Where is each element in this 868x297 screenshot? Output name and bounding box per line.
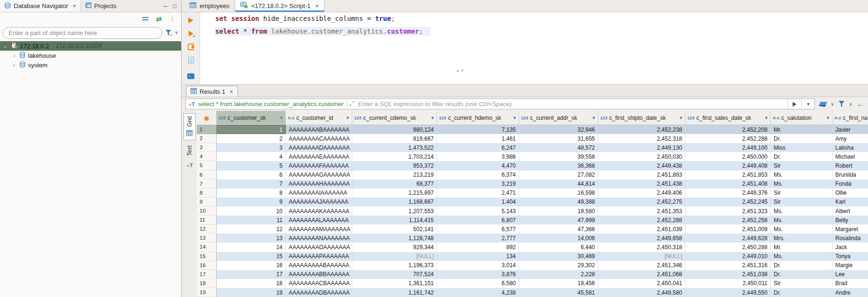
grid-cell[interactable]: 2,452,275	[598, 198, 685, 207]
grid-cell[interactable]: 16,598	[519, 189, 598, 198]
grid-cell[interactable]: 36,368	[519, 161, 598, 170]
chevron-expanded-icon[interactable]: ⌄	[2, 44, 8, 49]
grid-cell[interactable]: 892	[437, 243, 519, 252]
execute-statement-icon[interactable]	[182, 17, 200, 24]
grid-cell[interactable]: 980,124	[352, 125, 437, 134]
grid-cell[interactable]: 7	[217, 180, 286, 189]
grid-cell[interactable]: Brad	[832, 279, 868, 288]
grid-cell[interactable]: 68,377	[352, 180, 437, 189]
grid-cell[interactable]: AAAAAAAABAAAAAAA	[286, 125, 352, 134]
grid-cell[interactable]: 2,451,883	[598, 171, 685, 180]
grid-cell[interactable]: 1,361,151	[352, 279, 437, 288]
grid-cell[interactable]: 2,451,353	[598, 207, 685, 216]
grid-cell[interactable]: Jack	[832, 243, 868, 252]
grid-cell[interactable]: 2,449,010	[685, 252, 771, 261]
grid-cell[interactable]: 7,135	[437, 125, 519, 134]
grid-cell[interactable]: 13	[217, 234, 286, 243]
filter-funnel-icon[interactable]	[839, 101, 845, 107]
grid-cell[interactable]: 2,450,000	[685, 152, 771, 161]
close-icon[interactable]: ×	[73, 2, 76, 9]
minimize-icon[interactable]: ─	[163, 3, 167, 9]
column-header-c_first_sales_date_sk[interactable]: 123c_first_sales_date_sk▼	[685, 111, 771, 125]
grid-cell[interactable]: 2,450,288	[685, 243, 771, 252]
row-number[interactable]: 13	[197, 234, 217, 243]
grid-cell[interactable]: 2,451,038	[685, 270, 771, 279]
grid-cell[interactable]: 31,655	[519, 134, 598, 143]
grid-cell[interactable]: 17	[217, 270, 286, 279]
grid-cell[interactable]: Ms.	[771, 225, 832, 234]
grid-cell[interactable]: 2,452,258	[685, 216, 771, 225]
grid-cell[interactable]: 953,372	[352, 161, 437, 170]
grid-cell[interactable]: AAAAAAAAKAAAAAAA	[286, 207, 352, 216]
explain-plan-icon[interactable]	[182, 56, 200, 64]
grid-cell[interactable]: Sir	[771, 161, 832, 170]
grid-cell[interactable]: 6,577	[437, 225, 519, 234]
grid-cell[interactable]: 2,451,346	[598, 261, 685, 270]
grid-cell[interactable]: 47,366	[519, 225, 598, 234]
grid-cell[interactable]: 2,451,009	[685, 225, 771, 234]
row-number[interactable]: 6	[197, 171, 217, 180]
filter-funnel-icon[interactable]: ✓	[165, 30, 172, 36]
grid-cell[interactable]: 14,006	[519, 234, 598, 243]
grid-cell[interactable]: Lee	[832, 270, 868, 279]
grid-cell[interactable]: 3,014	[437, 261, 519, 270]
grid-cell[interactable]: Ms.	[771, 207, 832, 216]
grid-cell[interactable]: 45,581	[519, 288, 598, 297]
grid-cell[interactable]: 30,469	[519, 252, 598, 261]
grid-cell[interactable]: Sir	[771, 279, 832, 288]
grid-cell[interactable]: AAAAAAAAABAAAAAA	[286, 261, 352, 270]
result-filter-input[interactable]: «T select * from lakehouse.customer_anal…	[185, 99, 815, 109]
grid-cell[interactable]: 6,440	[519, 243, 598, 252]
chevron-down-icon[interactable]: ∨	[849, 102, 852, 107]
grid-cell[interactable]: 2,449,408	[685, 161, 771, 170]
tab-grid-view[interactable]: Grid	[183, 113, 196, 140]
grid-cell[interactable]: 49,388	[519, 198, 598, 207]
back-arrow-icon[interactable]: ←	[857, 100, 865, 108]
row-number[interactable]: 1	[197, 125, 217, 134]
grid-cell[interactable]: 47,999	[519, 216, 598, 225]
grid-cell[interactable]: 819,667	[352, 134, 437, 143]
grid-cell[interactable]: 4,238	[437, 288, 519, 297]
grid-cell[interactable]: Karl	[832, 198, 868, 207]
grid-cell[interactable]: AAAAAAAACBAAAAAA	[286, 279, 352, 288]
grid-cell[interactable]: 6,580	[437, 279, 519, 288]
grid-cell[interactable]: AAAAAAAAMAAAAAAA	[286, 225, 352, 234]
grid-cell[interactable]: 1,128,748	[352, 234, 437, 243]
grid-cell[interactable]: AAAAAAAAFAAAAAAA	[286, 161, 352, 170]
sort-dropdown-icon[interactable]: ▼	[826, 116, 830, 120]
grid-cell[interactable]: 2,451,853	[685, 171, 771, 180]
grid-cell[interactable]: 1,215,897	[352, 189, 437, 198]
sort-dropdown-icon[interactable]: ▼	[346, 116, 350, 120]
grid-cell[interactable]: Fonda	[832, 180, 868, 189]
sort-dropdown-icon[interactable]: ▼	[430, 116, 435, 120]
grid-cell[interactable]: 18	[217, 279, 286, 288]
row-number[interactable]: 10	[197, 207, 217, 216]
column-header-c_first_shipto_date_sk[interactable]: 123c_first_shipto_date_sk▼	[598, 111, 685, 125]
grid-cell[interactable]: Betty	[832, 216, 868, 225]
grid-cell[interactable]: 2	[217, 134, 286, 143]
tab-script-1[interactable]: <172.18.0.2> Script-1 ×	[235, 0, 325, 12]
grid-cell[interactable]: Dr.	[771, 288, 832, 297]
grid-cell[interactable]: Ms.	[771, 216, 832, 225]
grid-cell[interactable]: 2,449,376	[685, 189, 771, 198]
row-number[interactable]: 17	[197, 270, 217, 279]
grid-cell[interactable]: 502,141	[352, 225, 437, 234]
grid-cell[interactable]: 4	[217, 152, 286, 161]
grid-cell[interactable]: 1	[217, 125, 286, 134]
grid-cell[interactable]: AAAAAAAADBAAAAAA	[286, 288, 352, 297]
grid-cell[interactable]: 18,456	[519, 279, 598, 288]
close-icon[interactable]: ×	[229, 88, 233, 95]
grid-cell[interactable]: AAAAAAAAJAAAAAAA	[286, 198, 352, 207]
grid-cell[interactable]: Dr.	[771, 270, 832, 279]
execute-script-icon[interactable]	[182, 43, 200, 51]
grid-cell[interactable]: 2,449,580	[598, 288, 685, 297]
grid-cell[interactable]: AAAAAAAAEAAAAAAA	[286, 152, 352, 161]
sort-dropdown-icon[interactable]: ▼	[679, 116, 683, 120]
grid-cell[interactable]: 5,143	[437, 207, 519, 216]
grid-cell[interactable]: 6,374	[437, 171, 519, 180]
chevron-down-icon[interactable]: ∨	[831, 102, 834, 107]
grid-cell[interactable]: 2,451,408	[685, 180, 771, 189]
grid-cell[interactable]: 6	[217, 171, 286, 180]
row-number[interactable]: 11	[197, 216, 217, 225]
column-header-c_customer_sk[interactable]: 123c_customer_sk▼	[217, 111, 286, 125]
